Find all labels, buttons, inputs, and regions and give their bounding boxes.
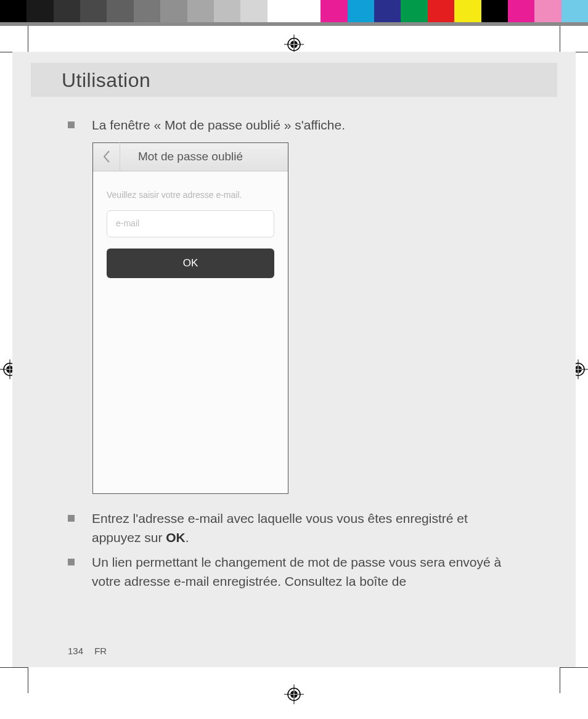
swatch <box>454 0 481 22</box>
swatch <box>428 0 454 22</box>
phone-title: Mot de passe oublié <box>120 148 288 166</box>
page-frame: Utilisation La fenêtre « Mot de passe ou… <box>12 52 576 667</box>
swatch <box>27 0 53 22</box>
crop-mark <box>560 26 560 52</box>
back-button[interactable] <box>93 142 120 171</box>
swatch <box>54 0 80 22</box>
swatch <box>214 0 240 22</box>
swatch <box>401 0 427 22</box>
swatch <box>107 0 133 22</box>
swatch <box>508 0 534 22</box>
crop-mark <box>28 26 28 52</box>
swatch <box>134 0 160 22</box>
crop-mark <box>560 667 588 668</box>
swatch <box>267 0 294 22</box>
swatch <box>561 0 588 22</box>
phone-mockup: Mot de passe oublié Veuillez saisir votr… <box>92 142 288 494</box>
swatch <box>481 0 508 22</box>
swatch <box>80 0 107 22</box>
list-item: Entrez l'adresse e-mail avec laquelle vo… <box>68 509 520 548</box>
page-footer: 134 FR <box>68 646 107 656</box>
bullet-text: Entrez l'adresse e-mail avec laquelle vo… <box>92 509 520 548</box>
bullet-text: Un lien permettant le changement de mot … <box>92 553 520 591</box>
swatch <box>374 0 401 22</box>
swatch <box>187 0 214 22</box>
chevron-left-icon <box>102 150 111 163</box>
swatch <box>294 0 321 22</box>
square-bullet-icon <box>68 559 75 565</box>
crop-mark <box>28 667 28 693</box>
email-placeholder: e-mail <box>116 217 139 230</box>
email-field[interactable]: e-mail <box>107 210 274 237</box>
swatch <box>321 0 347 22</box>
list-item: La fenêtre « Mot de passe oublié » s'aff… <box>68 115 520 135</box>
print-colorbar <box>0 0 588 26</box>
crop-mark <box>560 667 560 693</box>
ok-button[interactable]: OK <box>107 249 274 278</box>
crop-mark <box>0 667 28 668</box>
swatch <box>348 0 374 22</box>
swatch <box>240 0 267 22</box>
square-bullet-icon <box>68 515 75 522</box>
ok-button-label: OK <box>183 255 198 271</box>
swatch <box>0 0 27 22</box>
page-number: 134 <box>68 646 83 656</box>
section-heading: Utilisation <box>62 69 557 92</box>
bullet-text: La fenêtre « Mot de passe oublié » s'aff… <box>92 115 520 135</box>
section-heading-bar: Utilisation <box>31 63 557 97</box>
page-language: FR <box>94 646 107 656</box>
swatch <box>160 0 187 22</box>
registration-mark-icon <box>284 684 304 704</box>
list-item: Un lien permettant le changement de mot … <box>68 553 520 591</box>
phone-instruction: Veuillez saisir votre adresse e-mail. <box>107 189 274 202</box>
phone-header: Mot de passe oublié <box>93 143 288 171</box>
swatch <box>534 0 561 22</box>
square-bullet-icon <box>68 121 75 128</box>
